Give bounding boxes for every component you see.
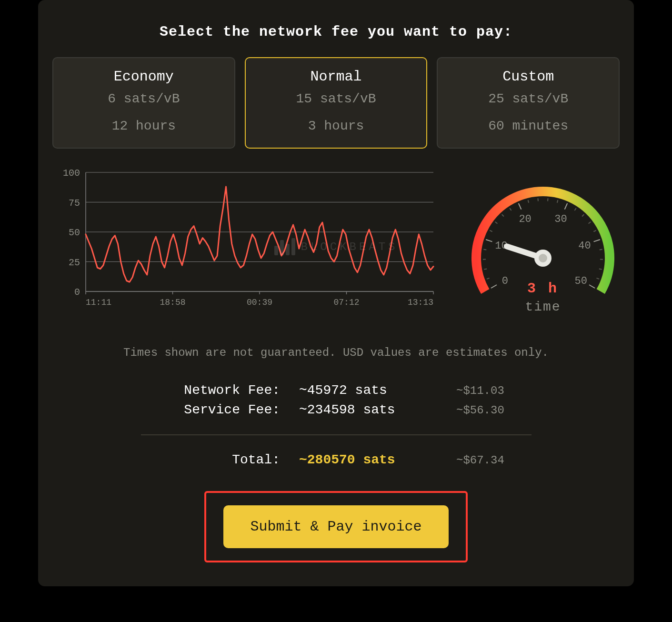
svg-line-44 <box>589 222 591 224</box>
svg-line-42 <box>574 208 576 211</box>
svg-text:time: time <box>525 300 561 314</box>
fee-row-service: Service Fee: ~234598 sats ~$56.30 <box>122 402 551 417</box>
svg-text:40: 40 <box>578 240 591 252</box>
service-fee-value: ~234598 sats <box>299 402 437 417</box>
fee-option-cards: Economy 6 sats/vB 12 hours Normal 15 sat… <box>52 57 620 149</box>
svg-line-30 <box>490 231 492 232</box>
submit-zone: Submit & Pay invoice <box>52 491 620 562</box>
svg-line-43 <box>582 214 584 216</box>
svg-line-31 <box>495 222 498 224</box>
svg-line-39 <box>557 200 558 203</box>
svg-line-25 <box>484 269 487 269</box>
fee-card-time: 60 minutes <box>442 119 614 133</box>
svg-line-36 <box>528 200 529 203</box>
svg-text:3 h: 3 h <box>527 281 559 297</box>
viz-row: 025507510011:1118:5800:3907:1213:13 0102… <box>52 163 620 327</box>
total-label: Total: <box>154 452 280 467</box>
svg-line-24 <box>487 278 490 279</box>
fee-card-normal[interactable]: Normal 15 sats/vB 3 hours <box>245 57 428 149</box>
svg-point-56 <box>539 254 547 262</box>
disclaimer-text: Times shown are not guaranteed. USD valu… <box>98 346 574 359</box>
fee-row-network: Network Fee: ~45972 sats ~$11.03 <box>122 383 551 398</box>
fee-card-custom[interactable]: Custom 25 sats/vB 60 minutes <box>437 57 620 149</box>
svg-text:50: 50 <box>574 275 587 287</box>
service-fee-usd: ~$56.30 <box>456 404 518 417</box>
svg-line-28 <box>486 240 492 241</box>
svg-line-50 <box>599 269 602 269</box>
fee-row-total: Total: ~280570 sats ~$67.34 <box>122 452 551 467</box>
svg-line-33 <box>510 208 511 211</box>
fee-card-rate: 6 sats/vB <box>58 91 230 106</box>
fee-history-chart: 025507510011:1118:5800:3907:1213:13 <box>52 163 448 320</box>
fee-chart-svg: 025507510011:1118:5800:3907:1213:13 <box>52 168 443 315</box>
time-gauge: 010203040503 htime <box>462 163 624 327</box>
svg-line-32 <box>502 214 504 216</box>
fee-card-rate: 25 sats/vB <box>442 91 614 106</box>
svg-line-40 <box>565 203 568 210</box>
svg-text:50: 50 <box>69 227 80 238</box>
svg-text:00:39: 00:39 <box>247 298 272 307</box>
svg-text:100: 100 <box>63 168 80 179</box>
svg-text:75: 75 <box>69 198 80 209</box>
fee-card-name: Normal <box>251 69 422 85</box>
svg-line-46 <box>594 240 600 241</box>
svg-line-51 <box>596 278 599 279</box>
network-fee-usd: ~$11.03 <box>456 384 518 397</box>
svg-line-52 <box>589 285 595 288</box>
fee-panel: Select the network fee you want to pay: … <box>38 0 634 586</box>
svg-text:18:58: 18:58 <box>160 298 185 307</box>
svg-text:0: 0 <box>74 287 80 298</box>
fee-card-rate: 15 sats/vB <box>251 91 422 106</box>
svg-line-27 <box>483 250 486 250</box>
svg-text:11:11: 11:11 <box>86 298 111 307</box>
svg-line-48 <box>600 250 602 250</box>
fee-card-time: 3 hours <box>251 119 422 133</box>
submit-highlight-frame: Submit & Pay invoice <box>204 491 467 562</box>
divider <box>141 434 532 435</box>
svg-text:30: 30 <box>554 213 567 225</box>
total-usd: ~$67.34 <box>456 454 518 467</box>
fees-summary: Network Fee: ~45972 sats ~$11.03 Service… <box>122 383 551 467</box>
svg-line-34 <box>519 203 522 210</box>
section-title: Select the network fee you want to pay: <box>52 24 620 40</box>
svg-text:25: 25 <box>69 257 80 268</box>
network-fee-label: Network Fee: <box>154 383 280 398</box>
fee-card-time: 12 hours <box>58 119 230 133</box>
submit-pay-button[interactable]: Submit & Pay invoice <box>223 505 448 548</box>
svg-line-45 <box>593 231 596 232</box>
svg-text:0: 0 <box>502 275 508 287</box>
gauge-svg: 010203040503 htime <box>462 168 624 325</box>
svg-text:07:12: 07:12 <box>333 298 359 307</box>
svg-line-37 <box>538 198 538 201</box>
fee-card-name: Economy <box>58 69 230 85</box>
svg-text:20: 20 <box>519 213 531 225</box>
network-fee-value: ~45972 sats <box>299 383 437 398</box>
svg-line-38 <box>548 198 548 201</box>
svg-line-22 <box>491 285 497 288</box>
service-fee-label: Service Fee: <box>154 402 280 417</box>
svg-text:13:13: 13:13 <box>408 298 433 307</box>
fee-card-name: Custom <box>442 69 614 85</box>
total-value: ~280570 sats <box>299 452 437 467</box>
fee-card-economy[interactable]: Economy 6 sats/vB 12 hours <box>52 57 235 149</box>
